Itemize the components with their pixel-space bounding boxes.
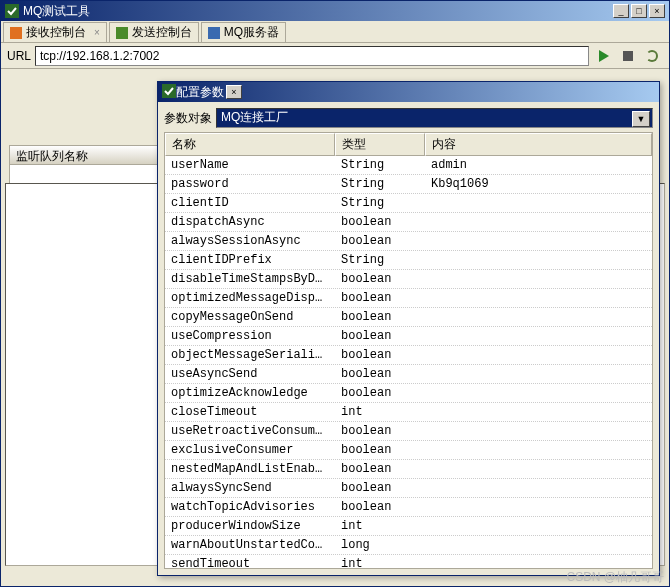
dialog-close-button[interactable]: ×	[226, 85, 242, 99]
table-row[interactable]: copyMessageOnSendboolean	[165, 308, 652, 327]
cell-value[interactable]	[425, 346, 652, 364]
table-row[interactable]: clientIDPrefixString	[165, 251, 652, 270]
table-row[interactable]: useAsyncSendboolean	[165, 365, 652, 384]
minimize-button[interactable]: _	[613, 4, 629, 18]
play-button[interactable]	[593, 46, 615, 66]
cell-type[interactable]: String	[335, 251, 425, 269]
cell-name[interactable]: optimizeAcknowledge	[165, 384, 335, 402]
cell-type[interactable]: boolean	[335, 441, 425, 459]
cell-value[interactable]	[425, 403, 652, 421]
maximize-button[interactable]: □	[631, 4, 647, 18]
cell-name[interactable]: disableTimeStampsByDefault	[165, 270, 335, 288]
cell-type[interactable]: boolean	[335, 327, 425, 345]
tab-receive-console[interactable]: 接收控制台 ×	[3, 22, 107, 42]
tab-send-console[interactable]: 发送控制台	[109, 22, 199, 42]
col-header-name[interactable]: 名称	[165, 133, 335, 156]
cell-name[interactable]: closeTimeout	[165, 403, 335, 421]
cell-type[interactable]: boolean	[335, 479, 425, 497]
cell-name[interactable]: clientID	[165, 194, 335, 212]
cell-type[interactable]: String	[335, 194, 425, 212]
cell-name[interactable]: copyMessageOnSend	[165, 308, 335, 326]
cell-name[interactable]: useRetroactiveConsumer	[165, 422, 335, 440]
cell-value[interactable]	[425, 213, 652, 231]
cell-type[interactable]: boolean	[335, 270, 425, 288]
cell-type[interactable]: String	[335, 175, 425, 193]
cell-type[interactable]: boolean	[335, 308, 425, 326]
table-row[interactable]: exclusiveConsumerboolean	[165, 441, 652, 460]
cell-type[interactable]: boolean	[335, 384, 425, 402]
table-row[interactable]: optimizedMessageDispatchboolean	[165, 289, 652, 308]
cell-name[interactable]: nestedMapAndListEnabled	[165, 460, 335, 478]
cell-value[interactable]	[425, 232, 652, 250]
table-row[interactable]: dispatchAsyncboolean	[165, 213, 652, 232]
cell-name[interactable]: alwaysSyncSend	[165, 479, 335, 497]
cell-name[interactable]: producerWindowSize	[165, 517, 335, 535]
table-row[interactable]: disableTimeStampsByDefaultboolean	[165, 270, 652, 289]
table-row[interactable]: clientIDString	[165, 194, 652, 213]
table-row[interactable]: passwordStringKb9q1069	[165, 175, 652, 194]
table-row[interactable]: watchTopicAdvisoriesboolean	[165, 498, 652, 517]
cell-name[interactable]: optimizedMessageDispatch	[165, 289, 335, 307]
col-header-type[interactable]: 类型	[335, 133, 425, 156]
cell-name[interactable]: userName	[165, 156, 335, 174]
cell-value[interactable]	[425, 498, 652, 516]
cell-value[interactable]	[425, 460, 652, 478]
cell-type[interactable]: boolean	[335, 232, 425, 250]
cell-value[interactable]	[425, 555, 652, 569]
cell-value[interactable]	[425, 327, 652, 345]
tab-close-icon[interactable]: ×	[94, 27, 100, 38]
cell-type[interactable]: boolean	[335, 289, 425, 307]
cell-type[interactable]: boolean	[335, 213, 425, 231]
cell-value[interactable]	[425, 308, 652, 326]
table-row[interactable]: useCompressionboolean	[165, 327, 652, 346]
table-row[interactable]: objectMessageSerializationDef…boolean	[165, 346, 652, 365]
close-button[interactable]: ×	[649, 4, 665, 18]
cell-value[interactable]	[425, 194, 652, 212]
table-row[interactable]: closeTimeoutint	[165, 403, 652, 422]
cell-type[interactable]: int	[335, 555, 425, 569]
cell-value[interactable]	[425, 270, 652, 288]
cell-value[interactable]	[425, 441, 652, 459]
cell-type[interactable]: boolean	[335, 346, 425, 364]
param-grid[interactable]: 名称 类型 内容 userNameStringadminpasswordStri…	[164, 132, 653, 569]
cell-value[interactable]	[425, 365, 652, 383]
cell-value[interactable]	[425, 517, 652, 535]
cell-name[interactable]: warnAboutUnstartedConnectionT…	[165, 536, 335, 554]
cell-name[interactable]: exclusiveConsumer	[165, 441, 335, 459]
cell-value[interactable]	[425, 536, 652, 554]
table-row[interactable]: alwaysSessionAsyncboolean	[165, 232, 652, 251]
col-header-value[interactable]: 内容	[425, 133, 652, 156]
cell-name[interactable]: clientIDPrefix	[165, 251, 335, 269]
cell-name[interactable]: dispatchAsync	[165, 213, 335, 231]
url-input[interactable]	[35, 46, 589, 66]
tab-mq-server[interactable]: MQ服务器	[201, 22, 286, 42]
cell-type[interactable]: int	[335, 403, 425, 421]
cell-type[interactable]: long	[335, 536, 425, 554]
cell-name[interactable]: objectMessageSerializationDef…	[165, 346, 335, 364]
table-row[interactable]: alwaysSyncSendboolean	[165, 479, 652, 498]
cell-type[interactable]: String	[335, 156, 425, 174]
cell-name[interactable]: sendTimeout	[165, 555, 335, 569]
table-row[interactable]: sendTimeoutint	[165, 555, 652, 569]
cell-name[interactable]: watchTopicAdvisories	[165, 498, 335, 516]
cell-value[interactable]: admin	[425, 156, 652, 174]
table-row[interactable]: producerWindowSizeint	[165, 517, 652, 536]
cell-type[interactable]: boolean	[335, 365, 425, 383]
cell-value[interactable]: Kb9q1069	[425, 175, 652, 193]
table-row[interactable]: warnAboutUnstartedConnectionT…long	[165, 536, 652, 555]
cell-type[interactable]: boolean	[335, 460, 425, 478]
cell-name[interactable]: useCompression	[165, 327, 335, 345]
cell-value[interactable]	[425, 289, 652, 307]
table-row[interactable]: userNameStringadmin	[165, 156, 652, 175]
cell-name[interactable]: password	[165, 175, 335, 193]
table-row[interactable]: useRetroactiveConsumerboolean	[165, 422, 652, 441]
table-row[interactable]: nestedMapAndListEnabledboolean	[165, 460, 652, 479]
cell-type[interactable]: boolean	[335, 422, 425, 440]
cell-type[interactable]: int	[335, 517, 425, 535]
cell-name[interactable]: useAsyncSend	[165, 365, 335, 383]
cell-type[interactable]: boolean	[335, 498, 425, 516]
table-row[interactable]: optimizeAcknowledgeboolean	[165, 384, 652, 403]
cell-value[interactable]	[425, 251, 652, 269]
stop-button[interactable]	[617, 46, 639, 66]
cell-value[interactable]	[425, 479, 652, 497]
